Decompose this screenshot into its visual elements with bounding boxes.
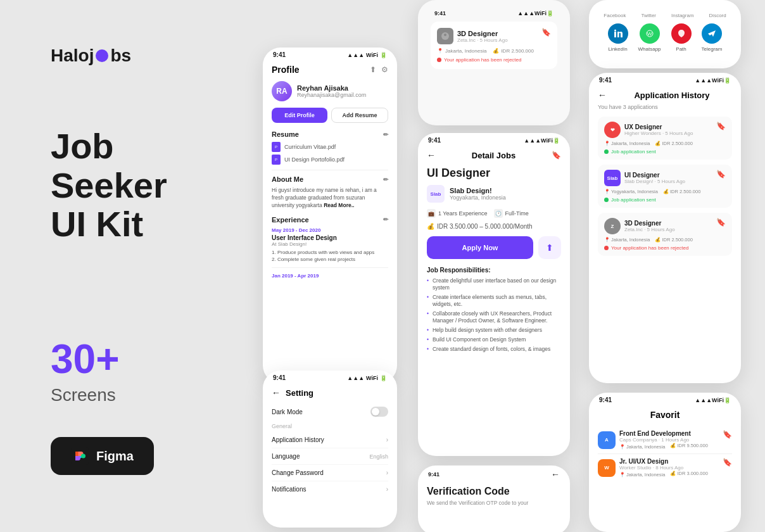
exp1-item2: 2. Complete some given real projects <box>272 256 388 262</box>
figma-button[interactable]: Figma <box>51 437 154 475</box>
back-apphistory[interactable]: ← <box>598 90 607 100</box>
resp-item-1: Create delightful user interface based o… <box>427 277 561 291</box>
app-status-3: Your application has been rejected <box>604 245 726 251</box>
detail-nav-title: Detail Jobs <box>472 151 515 160</box>
logo-dot <box>96 49 108 62</box>
resume-item-2: P UI Design Portofolio.pdf <box>272 155 388 165</box>
bookmark-fav-2[interactable]: 🔖 <box>723 458 732 467</box>
ig-label: Instagram <box>671 13 694 18</box>
chevron-password: › <box>386 469 388 476</box>
share-button-detail[interactable]: ⬆ <box>538 236 561 259</box>
time-profile: 9:41 <box>273 51 286 58</box>
fav-location-1: 📍 Jakarta, Indonesia <box>619 444 665 450</box>
status-bar-detail: 9:41 ▲▲▲WiFi🔋 <box>418 133 570 146</box>
social-whatsapp[interactable]: W Whatsapp <box>638 23 661 52</box>
count-section: 30+ Screens <box>51 336 120 405</box>
status-icons-setting: ▲▲▲WiFi🔋 <box>347 375 387 381</box>
bookmark-app-2[interactable]: 🔖 <box>716 170 726 179</box>
clock-icon: 🕐 <box>494 209 503 218</box>
settings-icon[interactable]: ⚙ <box>381 65 388 74</box>
bookmark-fav-1[interactable]: 🔖 <box>723 430 732 439</box>
app-company-3: Zeta.Inc · 5 Hours Ago <box>624 227 675 232</box>
rejected-location: 📍Jakarta, Indonesia <box>437 48 486 54</box>
exp2-date: Jan 2019 - Apr 2019 <box>272 273 388 279</box>
social-linkedin[interactable]: LinkedIn <box>608 23 628 52</box>
logo-text-before: Haloj <box>51 46 94 66</box>
chevron-notifications: › <box>386 486 388 493</box>
svg-rect-4 <box>614 32 616 37</box>
menu-item-apphistory[interactable]: Application History › <box>272 432 388 448</box>
detail-salary: 💰 IDR 3.500.000 – 5.000.000/Month <box>427 223 561 230</box>
social-telegram[interactable]: Telegram <box>702 23 723 52</box>
svg-point-3 <box>444 34 446 36</box>
share-icon[interactable]: ⬆ <box>370 65 376 74</box>
app-card-2: Slab UI Designer Slab Design! · 5 Hours … <box>598 165 732 208</box>
logo: Haloj bs <box>51 46 131 66</box>
fav-card-1: A Front End Development Caps Companya · … <box>598 426 732 454</box>
app-card-top-2: Slab UI Designer Slab Design! · 5 Hours … <box>604 170 726 186</box>
count-label: Screens <box>51 385 120 405</box>
edit-profile-button[interactable]: Edit Profile <box>272 108 327 123</box>
back-verify[interactable]: ← <box>551 469 560 479</box>
bookmark-icon-rejected[interactable]: 🔖 <box>541 28 551 37</box>
social-path[interactable]: Path <box>671 23 692 52</box>
time-verify: 9:41 <box>428 471 439 478</box>
fav-info-1: A Front End Development Caps Companya · … <box>598 430 708 450</box>
back-button-setting[interactable]: ← <box>272 388 281 398</box>
bookmark-detail[interactable]: 🔖 <box>552 151 561 160</box>
headline-text: Job Seeker UI Kit <box>51 127 167 244</box>
status-bar-verify: 9:41 ← <box>418 466 570 482</box>
resume-section-title: Resume ✏ <box>272 130 388 138</box>
general-label: General <box>272 423 388 429</box>
dc-label: Discord <box>709 13 726 18</box>
phone-profile: 9:41 ▲▲▲WiFi🔋 Profile ⬆ ⚙ RA Reyhan Ajis… <box>263 48 397 383</box>
profile-name: Reyhan Ajisaka <box>297 84 366 92</box>
tag-experience: 💼 1 Years Experience <box>427 209 488 218</box>
profile-email: Reyhanajisaka@gmail.com <box>297 92 366 98</box>
detail-company-logo: Slab <box>427 185 445 203</box>
exp-edit-icon[interactable]: ✏ <box>383 216 388 223</box>
menu-label-apphistory: Application History <box>272 436 324 443</box>
fav-company-1: Caps Companya · 1 Hours Ago <box>619 437 708 443</box>
fav-company-2: Worker Studio · 8 Hours Ago <box>619 465 708 471</box>
fav-logo-2: W <box>598 459 616 477</box>
tw-label: Twitter <box>641 13 656 18</box>
profile-user: RA Reyhan Ajisaka Reyhanajisaka@gmail.co… <box>272 81 388 101</box>
back-button-detail[interactable]: ← <box>427 150 436 160</box>
apply-now-button[interactable]: Apply Now <box>427 236 533 259</box>
app-details-2: 📍 Yogyakarta, Indonesia 💰 IDR 2.500.000 <box>604 189 726 194</box>
rejected-card-header: 3D Designer Zeta.Inc · 5 Hours Ago 🔖 <box>437 28 551 44</box>
app-card-3: Z 3D Designer Zeta.Inc · 5 Hours Ago 🔖 📍… <box>598 213 732 256</box>
dark-mode-toggle[interactable] <box>370 407 388 417</box>
social-grid-bottom: LinkedIn W Whatsapp Path Telegram <box>607 23 723 52</box>
read-more-link[interactable]: Read More.. <box>324 202 354 208</box>
resp-item-5: Build UI Component on Design System <box>427 336 561 343</box>
app-info-3: Z 3D Designer Zeta.Inc · 5 Hours Ago <box>604 218 675 234</box>
rejected-location-salary: 📍Jakarta, Indonesia 💰IDR 2.500.000 <box>437 48 551 54</box>
app-logo-2: Slab <box>604 170 621 186</box>
menu-item-language[interactable]: Language English <box>272 448 388 465</box>
bookmark-app-3[interactable]: 🔖 <box>716 218 726 227</box>
profile-header: Profile ⬆ ⚙ <box>272 65 388 75</box>
bookmark-app-1[interactable]: 🔖 <box>716 122 726 130</box>
dark-mode-row: Dark Mode <box>272 404 388 419</box>
exp1-date: May 2019 - Dec 2020 <box>272 227 388 233</box>
resume-edit-icon[interactable]: ✏ <box>383 131 388 138</box>
time-rejected: 9:41 <box>434 10 446 16</box>
menu-item-password[interactable]: Change Password › <box>272 465 388 481</box>
fav-job-name-1: Front End Development <box>619 430 708 437</box>
about-edit-icon[interactable]: ✏ <box>383 176 388 183</box>
fav-logo-1: A <box>598 431 616 449</box>
app-status-2: Job application sent <box>604 197 726 203</box>
app-company-2: Slab Design! · 5 Hours Ago <box>624 179 685 184</box>
favorit-title: Favorit <box>598 410 732 420</box>
social-row-top: Facebook Twitter Instagram Discord <box>607 13 723 18</box>
tag-type: 🕐 Full-Time <box>494 209 529 218</box>
add-resume-button[interactable]: Add Resume <box>331 108 388 123</box>
menu-item-notifications[interactable]: Notifications › <box>272 481 388 497</box>
telegram-label: Telegram <box>702 46 723 52</box>
exp1-item1: 1. Produce products with web views and a… <box>272 250 388 255</box>
app-details-1: 📍 Jakarta, Indonesia 💰 IDR 2.500.000 <box>604 141 726 146</box>
apply-row: Apply Now ⬆ <box>427 236 561 259</box>
apphistory-title: Application History <box>612 91 732 100</box>
